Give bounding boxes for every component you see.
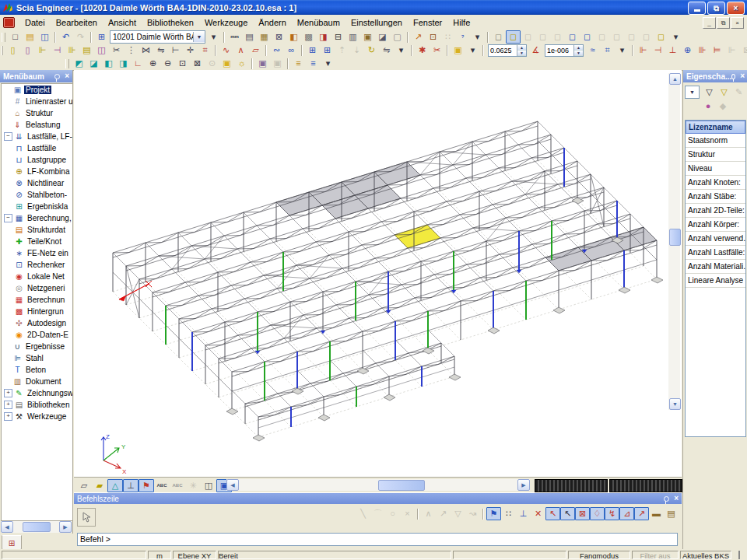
labels-on-icon[interactable]: ABC: [154, 479, 170, 492]
tree-item-projekt[interactable]: ▣Projekt: [2, 84, 72, 96]
frame-6-icon[interactable]: ◻: [609, 30, 624, 44]
zoom-out-icon[interactable]: ⊖: [160, 57, 175, 70]
scrollbar-thumb[interactable]: [23, 522, 51, 532]
node-grid-icon[interactable]: ⌗: [600, 44, 615, 57]
scroll-right-icon[interactable]: ▶: [517, 479, 530, 491]
pin-icon[interactable]: [54, 74, 60, 79]
tree-item-dokument[interactable]: ▥Dokument: [2, 376, 72, 387]
menu-werkzeuge[interactable]: Werkzeuge: [199, 16, 253, 29]
curve-edit-icon[interactable]: ↝: [465, 507, 480, 520]
frames-dropdown-icon[interactable]: ▾: [668, 30, 683, 44]
property-row[interactable]: Struktur: [686, 148, 745, 162]
layers-dropdown-icon[interactable]: ▾: [321, 57, 335, 70]
scroll-left-icon[interactable]: ◀: [226, 479, 239, 491]
mdi-restore-button[interactable]: ⧉: [717, 17, 730, 29]
tree-item-struktur[interactable]: ⌂Struktur: [2, 107, 72, 119]
tree-item-2d-daten-e[interactable]: ◉2D-Daten-E: [2, 329, 72, 341]
copy-add-icon[interactable]: ⊞: [305, 44, 320, 57]
spin-down-icon[interactable]: ▼: [517, 51, 526, 56]
show-model-icon[interactable]: △: [107, 479, 123, 492]
snap-perpendicular-icon[interactable]: ↗: [634, 507, 649, 520]
menu-tree-tab[interactable]: ⊞: [2, 535, 22, 551]
project-manager-icon[interactable]: ⊞: [94, 30, 109, 44]
render-solid-icon[interactable]: ▰: [92, 479, 107, 492]
tree-item-stahl[interactable]: ⊫Stahl: [2, 352, 72, 364]
frame-select-icon[interactable]: ◻: [565, 30, 580, 44]
snap-arc-icon[interactable]: ⊿: [619, 507, 634, 520]
insert-rib-icon[interactable]: ⊩: [35, 44, 50, 57]
snap-midpoint-icon[interactable]: ↖: [560, 507, 575, 520]
minimized-viewport-2[interactable]: [609, 479, 682, 492]
menu-ändern[interactable]: Ändern: [253, 16, 291, 29]
tree-item-ergebnisse[interactable]: ∪Ergebnisse: [2, 341, 72, 352]
status-aktuelles-bks[interactable]: Aktuelles BKS: [680, 551, 731, 559]
properties-combo-dropdown[interactable]: ▼: [685, 86, 700, 99]
snap-polygon-icon[interactable]: ♢: [590, 507, 605, 520]
surface-member-icon[interactable]: ▤: [79, 44, 94, 57]
status-filter-aus[interactable]: Filter aus: [632, 551, 679, 559]
project-combobox[interactable]: 10201 Daimle Wörth BA4- ▼: [110, 30, 205, 44]
menu-menübaum[interactable]: Menübaum: [292, 16, 345, 29]
menu-einstellungen[interactable]: Einstellungen: [345, 16, 408, 29]
close-icon[interactable]: ×: [674, 495, 679, 502]
zoom-in-icon[interactable]: ⊕: [146, 57, 160, 70]
tree-item-berechnun[interactable]: ▦Berechnun: [2, 294, 72, 306]
scale-spinner[interactable]: 0.0625 ▲▼: [488, 44, 527, 57]
delete-entity-icon[interactable]: ×: [400, 507, 415, 520]
modify-dropdown-icon[interactable]: ▾: [394, 44, 409, 57]
hinge-ends-icon[interactable]: ⊣: [651, 44, 665, 57]
model-viewport[interactable]: ZXY ▲ ▼: [74, 70, 682, 477]
frame-5-icon[interactable]: ◻: [594, 30, 609, 44]
print-preview-icon[interactable]: ▥: [345, 30, 360, 44]
picture-gallery-icon[interactable]: ▩: [301, 30, 316, 44]
property-row[interactable]: Anzahl Stäbe:: [686, 190, 745, 204]
units-setup-icon[interactable]: mm: [227, 30, 242, 44]
frame-last-icon[interactable]: ◻: [654, 30, 668, 44]
archive-icon[interactable]: ◪: [375, 30, 390, 44]
zoom-previous-icon[interactable]: ⊙: [205, 57, 219, 70]
tree-item-bibliotheken[interactable]: +▤Bibliotheken: [2, 399, 72, 411]
support-disabled-icon[interactable]: ⊠: [739, 44, 747, 57]
folder-dropdown-icon[interactable]: ▾: [465, 44, 480, 57]
spin-up-icon[interactable]: ▲: [574, 45, 583, 51]
cursor-snap-icon[interactable]: ⚑: [486, 507, 501, 520]
scroll-up-icon[interactable]: ▲: [669, 73, 681, 85]
minimized-viewport-1[interactable]: [535, 479, 608, 492]
mesh-display-icon[interactable]: ✳: [185, 479, 201, 492]
export-document-icon[interactable]: ⊠: [272, 30, 286, 44]
cutout-parts-icon[interactable]: ✂: [430, 44, 444, 57]
model-3d-view[interactable]: ZXY: [74, 70, 682, 477]
menu-hilfe[interactable]: Hilfe: [447, 16, 475, 29]
extend-member-icon[interactable]: ⊢: [168, 44, 183, 57]
tree-item-autodesign[interactable]: ✣Autodesign: [2, 317, 72, 329]
copy-props-up-icon[interactable]: ⇡: [335, 44, 349, 57]
dimension-lines-icon[interactable]: ∡: [528, 44, 543, 57]
mdi-close-button[interactable]: ×: [731, 17, 744, 29]
frame-8-icon[interactable]: ◻: [639, 30, 654, 44]
open-project-icon[interactable]: ▤: [23, 30, 37, 44]
property-row[interactable]: Lizenzname: [686, 121, 745, 134]
property-row[interactable]: Anzahl Körper:: [686, 218, 745, 232]
tree-item-zeichnungswe[interactable]: +✎Zeichnungswe: [2, 387, 72, 399]
tree-expander-icon[interactable]: +: [4, 412, 12, 421]
support-line-icon[interactable]: ⊨: [710, 44, 724, 57]
insert-beam-icon[interactable]: ▯: [20, 44, 35, 57]
hinge-disabled-icon[interactable]: ⊩: [724, 44, 739, 57]
menu-bearbeiten[interactable]: Bearbeiten: [51, 16, 103, 29]
tree-item-lastf-lle-lf-ko[interactable]: −⇊Lastfälle, LF-Ko: [2, 131, 72, 142]
scroll-left-icon[interactable]: ◀: [1, 521, 13, 533]
layer-manager-icon[interactable]: ≡: [306, 57, 321, 70]
move-node-icon[interactable]: ✛: [183, 44, 198, 57]
view-axo-2-icon[interactable]: ◪: [86, 57, 101, 70]
tree-item-belastung[interactable]: ⇓Belastung: [2, 119, 72, 131]
layers-icon[interactable]: ≡: [291, 57, 306, 70]
tree-horizontal-scrollbar[interactable]: ◀ ▶: [1, 521, 72, 533]
light-toggle-icon[interactable]: ☼: [234, 57, 249, 70]
property-row[interactable]: Anzahl Materiali...: [686, 260, 745, 274]
property-row[interactable]: Anzahl verwend...: [686, 232, 745, 246]
clear-snap-icon[interactable]: ✕: [531, 507, 545, 520]
scrollbar-thumb[interactable]: [669, 229, 681, 246]
notes-icon[interactable]: ▢: [390, 30, 405, 44]
tools-dropdown-icon[interactable]: ▾: [470, 30, 485, 44]
undo-icon[interactable]: ↶: [58, 30, 73, 44]
